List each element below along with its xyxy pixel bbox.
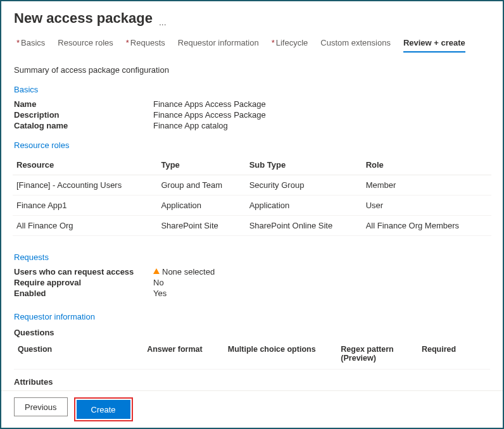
page-title: New access package <box>14 10 153 27</box>
requests-approval-label: Require approval <box>14 278 153 287</box>
section-heading-resource-roles: Resource roles <box>14 140 490 150</box>
col-resource: Resource <box>13 155 157 175</box>
cell-type: Group and Team <box>157 175 245 196</box>
cell-resource: Finance App1 <box>13 196 157 216</box>
col-question: Question <box>18 345 147 363</box>
col-answer-format: Answer format <box>147 345 228 363</box>
wizard-footer: Previous Create <box>1 390 503 428</box>
basics-description-value: Finance Apps Access Package <box>153 110 490 120</box>
col-multiple-choice: Multiple choice options <box>228 345 341 363</box>
warning-icon <box>153 268 160 274</box>
tab-basics[interactable]: Basics <box>16 38 45 53</box>
cell-type: SharePoint Site <box>157 216 245 236</box>
col-type: Type <box>157 155 245 175</box>
tab-lifecycle[interactable]: Lifecycle <box>272 38 308 53</box>
create-button-highlight: Create <box>74 397 133 421</box>
cell-type: Application <box>157 196 245 216</box>
section-heading-requestor-info: Requestor information <box>14 312 490 321</box>
tab-review-create[interactable]: Review + create <box>403 38 465 53</box>
basics-catalog-label: Catalog name <box>14 121 153 130</box>
create-button[interactable]: Create <box>77 400 130 419</box>
more-actions-ellipsis[interactable]: ··· <box>159 18 167 29</box>
col-subtype: Sub Type <box>246 155 362 175</box>
questions-heading: Questions <box>14 328 490 337</box>
col-regex-pattern: Regex pattern (Preview) <box>341 345 422 363</box>
requests-approval-value: No <box>153 278 490 287</box>
basics-description-label: Description <box>14 110 153 120</box>
tab-custom-extensions[interactable]: Custom extensions <box>320 38 391 53</box>
summary-description: Summary of access package configuration <box>14 65 490 75</box>
cell-subtype: Application <box>246 196 362 216</box>
tab-resource-roles[interactable]: Resource roles <box>58 38 113 53</box>
attributes-heading: Attributes <box>14 377 490 387</box>
requests-enabled-value: Yes <box>153 289 490 298</box>
tab-requestor-information[interactable]: Requestor information <box>178 38 259 53</box>
basics-name-label: Name <box>14 99 153 109</box>
section-heading-requests: Requests <box>14 252 490 262</box>
questions-header-row: Question Answer format Multiple choice o… <box>14 341 490 370</box>
cell-resource: All Finance Org <box>13 216 157 236</box>
basics-catalog-value: Finance App catalog <box>153 121 490 130</box>
resource-roles-table: Resource Type Sub Type Role [Finance] - … <box>13 155 491 236</box>
requests-who-value-text: None selected <box>162 267 215 277</box>
table-row: All Finance Org SharePoint Site SharePoi… <box>13 216 491 236</box>
table-row: Finance App1 Application Application Use… <box>13 196 491 216</box>
requests-who-value: None selected <box>153 267 490 277</box>
table-row: [Finance] - Accounting Users Group and T… <box>13 175 491 196</box>
basics-name-value: Finance Apps Access Package <box>153 99 490 109</box>
requests-enabled-label: Enabled <box>14 289 153 298</box>
cell-role: Member <box>362 175 491 196</box>
wizard-tabs: Basics Resource roles Requests Requestor… <box>14 38 490 53</box>
cell-subtype: SharePoint Online Site <box>246 216 362 236</box>
cell-resource: [Finance] - Accounting Users <box>13 175 157 196</box>
tab-requests[interactable]: Requests <box>126 38 165 53</box>
col-required: Required <box>422 345 486 363</box>
section-heading-basics: Basics <box>14 85 490 94</box>
requests-who-label: Users who can request access <box>14 267 153 277</box>
previous-button[interactable]: Previous <box>14 397 68 416</box>
cell-role: User <box>362 196 491 216</box>
col-role: Role <box>362 155 491 175</box>
cell-subtype: Security Group <box>246 175 362 196</box>
cell-role: All Finance Org Members <box>362 216 491 236</box>
